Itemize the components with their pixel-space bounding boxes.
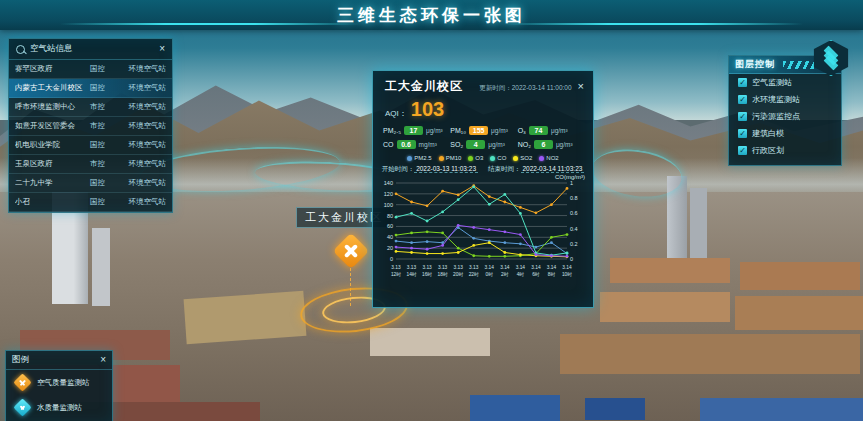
svg-text:3.13: 3.13 bbox=[407, 265, 417, 270]
station-list-item[interactable]: 如意开发区管委会 市控 环境空气站 bbox=[9, 117, 172, 136]
station-name: 如意开发区管委会 bbox=[15, 121, 86, 131]
map-legend-panel: 图例 × 空气质量监测站 水质量监测站 bbox=[5, 350, 113, 421]
series-color-dot bbox=[539, 156, 544, 161]
station-category: 环境空气站 bbox=[114, 121, 166, 131]
station-name: 内蒙古工大金川校区 bbox=[15, 83, 86, 93]
close-icon[interactable]: × bbox=[578, 81, 584, 91]
station-list-item[interactable]: 机电职业学院 国控 环境空气站 bbox=[9, 136, 172, 155]
start-time-group: 开始时间：2022-03-13 11:03:23 bbox=[382, 165, 478, 174]
pollutant-value-badge: 0.6 bbox=[397, 140, 416, 149]
station-list-item[interactable]: 呼市环境监测中心 市控 环境空气站 bbox=[9, 98, 172, 117]
station-grade: 国控 bbox=[90, 83, 110, 93]
close-icon[interactable]: × bbox=[159, 44, 165, 54]
building-block bbox=[184, 291, 307, 344]
legend-panel-header: 图例 × bbox=[6, 351, 112, 370]
svg-text:0: 0 bbox=[570, 256, 573, 262]
layer-label: 空气监测站 bbox=[752, 77, 792, 88]
station-list-item[interactable]: 二十九中学 国控 环境空气站 bbox=[9, 174, 172, 193]
legend-panel-title: 图例 bbox=[12, 354, 29, 366]
popup-header: 工大金川校区 更新时间：2022-03-14 11:00:00 × bbox=[373, 71, 593, 97]
end-time-group: 结束时间：2022-03-14 11:03:23 bbox=[488, 165, 584, 174]
series-color-dot bbox=[439, 156, 444, 161]
series-color-dot bbox=[407, 156, 412, 161]
svg-text:18时: 18时 bbox=[438, 272, 448, 277]
svg-text:40: 40 bbox=[387, 234, 393, 240]
station-category: 环境空气站 bbox=[114, 102, 166, 112]
pollutant-cell: NO₂ 6 μg/m³ bbox=[518, 140, 585, 149]
legend-item: 水质量监测站 bbox=[6, 395, 112, 420]
svg-text:8时: 8时 bbox=[548, 272, 556, 277]
station-name: 小召 bbox=[15, 197, 86, 207]
close-icon[interactable]: × bbox=[100, 355, 106, 365]
start-time-input[interactable]: 2022-03-13 11:03:23 bbox=[414, 165, 478, 173]
header-stripes-decor bbox=[783, 61, 817, 69]
building-block bbox=[470, 395, 560, 421]
series-legend-item[interactable]: CO bbox=[490, 155, 506, 161]
pollutant-cell: O₃ 74 μg/m³ bbox=[518, 126, 585, 135]
series-color-dot bbox=[468, 156, 473, 161]
aqi-value: 103 bbox=[411, 98, 444, 121]
checkbox-checked-icon[interactable]: ✓ bbox=[738, 78, 747, 87]
svg-text:3.14: 3.14 bbox=[500, 265, 510, 270]
svg-text:0.2: 0.2 bbox=[570, 241, 578, 247]
layer-toggle-item[interactable]: ✓ 污染源监控点 bbox=[729, 108, 841, 125]
series-name: PM2.5 bbox=[414, 155, 431, 161]
legend-item: 空气质量监测站 bbox=[6, 370, 112, 395]
checkbox-checked-icon[interactable]: ✓ bbox=[738, 95, 747, 104]
svg-text:3.13: 3.13 bbox=[422, 265, 432, 270]
layer-toggle-item[interactable]: ✓ 空气监测站 bbox=[729, 74, 841, 91]
station-name: 二十九中学 bbox=[15, 178, 86, 188]
pollutant-trend-chart: 02040608010012014000.20.40.60.813.1312时3… bbox=[379, 177, 585, 289]
station-list-item[interactable]: 内蒙古工大金川校区 国控 环境空气站 bbox=[9, 79, 172, 98]
checkbox-checked-icon[interactable]: ✓ bbox=[738, 146, 747, 155]
chart-area: CO(mg/m³) 02040608010012014000.20.40.60.… bbox=[373, 176, 593, 293]
layer-toggle-item[interactable]: ✓ 行政区划 bbox=[729, 142, 841, 159]
station-list-item[interactable]: 小召 国控 环境空气站 bbox=[9, 193, 172, 212]
building-block bbox=[610, 258, 730, 283]
svg-text:6时: 6时 bbox=[532, 272, 540, 277]
pollutant-cell: CO 0.6 mg/m³ bbox=[383, 140, 450, 149]
building-block bbox=[600, 292, 730, 322]
end-time-input[interactable]: 2022-03-14 11:03:23 bbox=[521, 165, 585, 173]
svg-text:80: 80 bbox=[387, 213, 393, 219]
pollutant-cell: PM₁₀ 155 μg/m³ bbox=[450, 126, 517, 135]
series-legend-item[interactable]: SO2 bbox=[513, 155, 532, 161]
series-legend-item[interactable]: PM2.5 bbox=[407, 155, 431, 161]
layer-toggle-item[interactable]: ✓ 建筑白模 bbox=[729, 125, 841, 142]
station-panel-header: 空气站信息 × bbox=[9, 39, 172, 60]
layer-label: 建筑白模 bbox=[752, 128, 784, 139]
legend-label: 空气质量监测站 bbox=[37, 378, 90, 388]
svg-text:3.14: 3.14 bbox=[547, 265, 557, 270]
station-list-item[interactable]: 赛罕区政府 国控 环境空气站 bbox=[9, 60, 172, 79]
layer-toggle-item[interactable]: ✓ 水环境监测站 bbox=[729, 91, 841, 108]
svg-text:3.14: 3.14 bbox=[516, 265, 526, 270]
checkbox-checked-icon[interactable]: ✓ bbox=[738, 129, 747, 138]
chart-legend: PM2.5 PM10 O3 CO SO2 NO2 bbox=[373, 152, 593, 163]
station-category: 环境空气站 bbox=[114, 64, 166, 74]
series-legend-item[interactable]: PM10 bbox=[439, 155, 462, 161]
series-name: CO bbox=[497, 155, 506, 161]
svg-text:20: 20 bbox=[387, 245, 393, 251]
pollutant-name: SO₂ bbox=[450, 141, 463, 148]
svg-text:3.13: 3.13 bbox=[469, 265, 479, 270]
station-list-item[interactable]: 玉泉区政府 市控 环境空气站 bbox=[9, 155, 172, 174]
station-category: 环境空气站 bbox=[114, 140, 166, 150]
aqi-row: AQI： 103 bbox=[373, 97, 593, 124]
series-legend-item[interactable]: NO2 bbox=[539, 155, 558, 161]
layer-list: ✓ 空气监测站 ✓ 水环境监测站 ✓ 污染源监控点 ✓ 建筑白模 ✓ 行政区划 bbox=[729, 74, 841, 159]
popup-title: 工大金川校区 bbox=[385, 78, 463, 95]
svg-text:3.14: 3.14 bbox=[485, 265, 495, 270]
svg-text:120: 120 bbox=[384, 191, 393, 197]
svg-text:0.8: 0.8 bbox=[570, 195, 578, 201]
app-root: 工大金川校区 三维生态环保一张图 空气站信息 × 赛罕区政府 国控 环境空气站 … bbox=[0, 0, 863, 421]
series-legend-item[interactable]: O3 bbox=[468, 155, 483, 161]
series-name: NO2 bbox=[546, 155, 558, 161]
aqi-label: AQI： bbox=[385, 108, 407, 119]
svg-text:4时: 4时 bbox=[517, 272, 525, 277]
station-name: 赛罕区政府 bbox=[15, 64, 86, 74]
search-icon[interactable] bbox=[16, 45, 25, 54]
pollutant-unit: μg/m³ bbox=[556, 141, 573, 148]
checkbox-checked-icon[interactable]: ✓ bbox=[738, 112, 747, 121]
station-detail-popup: 工大金川校区 更新时间：2022-03-14 11:00:00 × AQI： 1… bbox=[372, 70, 594, 308]
svg-text:10时: 10时 bbox=[562, 272, 572, 277]
